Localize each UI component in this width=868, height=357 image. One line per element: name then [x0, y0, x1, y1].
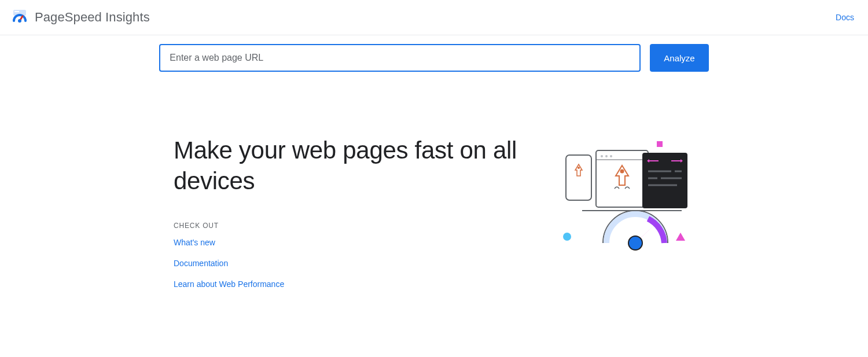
- analyze-button[interactable]: Analyze: [650, 44, 708, 72]
- svg-point-2: [18, 19, 21, 23]
- link-web-performance[interactable]: Learn about Web Performance: [174, 279, 544, 289]
- svg-rect-6: [566, 155, 591, 200]
- app-header: PageSpeed Insights Docs: [0, 0, 868, 35]
- svg-rect-3: [657, 141, 663, 147]
- hero-headline: Make your web pages fast on all devices: [174, 135, 544, 196]
- pagespeed-logo-icon: [12, 8, 28, 27]
- svg-marker-5: [676, 233, 685, 241]
- svg-point-10: [605, 155, 608, 157]
- hero-inner: Make your web pages fast on all devices …: [174, 135, 694, 300]
- svg-point-23: [628, 236, 642, 250]
- link-documentation[interactable]: Documentation: [174, 259, 544, 268]
- svg-point-7: [578, 167, 580, 169]
- link-whats-new[interactable]: What's new: [174, 238, 544, 247]
- checkout-label: CHECK OUT: [174, 222, 544, 230]
- hero-left: Make your web pages fast on all devices …: [174, 135, 544, 300]
- hero-links: What's new Documentation Learn about Web…: [174, 238, 544, 289]
- app-title: PageSpeed Insights: [35, 10, 150, 25]
- hero-illustration: [556, 135, 694, 257]
- url-input[interactable]: [159, 44, 641, 72]
- brand: PageSpeed Insights: [12, 8, 150, 27]
- hero-section: Make your web pages fast on all devices …: [0, 135, 868, 300]
- svg-rect-1: [14, 11, 19, 12]
- docs-link[interactable]: Docs: [836, 13, 854, 22]
- svg-point-13: [620, 170, 624, 174]
- svg-point-4: [563, 233, 571, 241]
- svg-point-11: [610, 155, 612, 157]
- svg-point-9: [601, 155, 603, 157]
- url-search-row: Analyze: [0, 44, 868, 72]
